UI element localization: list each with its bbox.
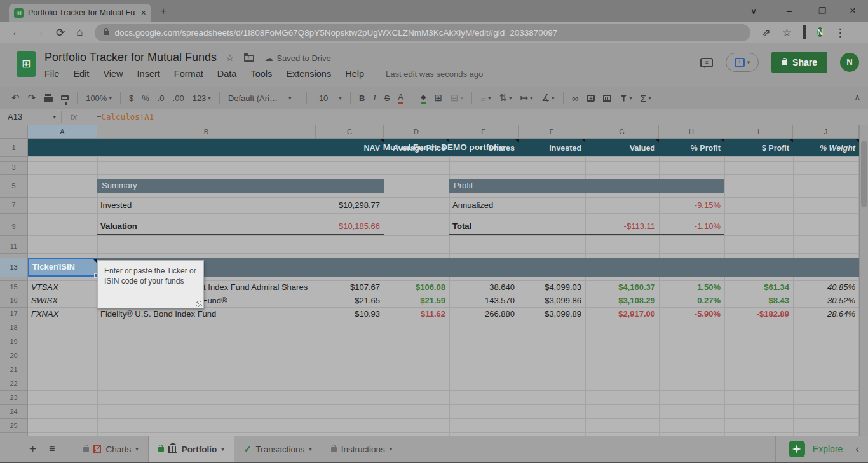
avg-price-cell[interactable]: $106.08 (384, 280, 449, 294)
url-bar[interactable]: docs.google.com/spreadsheets/d/1I808FoMG… (95, 24, 750, 41)
shares-cell[interactable]: 38.640 (449, 280, 519, 294)
text-wrap-select[interactable]: ↦▾ (520, 92, 533, 104)
tab-menu-arrow[interactable]: ▾ (390, 446, 393, 452)
row-header-13[interactable]: 13 (0, 258, 27, 277)
star-doc-icon[interactable]: ☆ (226, 52, 234, 64)
collapse-panel-icon[interactable]: ‹ (855, 443, 859, 455)
row-header-3[interactable]: 3 (0, 161, 27, 174)
menu-format[interactable]: Format (174, 69, 203, 79)
menu-data[interactable]: Data (217, 69, 237, 79)
row-header-19[interactable]: 19 (0, 335, 27, 349)
row-header-1[interactable]: 1 (0, 139, 27, 156)
nav-cell[interactable]: $107.67 (316, 280, 384, 294)
browser-menu-icon[interactable]: ⋮ (834, 26, 845, 39)
row-header-5[interactable]: 5 (0, 179, 27, 193)
window-restore-icon[interactable]: ❐ (810, 0, 835, 22)
column-header-G[interactable]: G (585, 125, 659, 139)
row-header-24[interactable]: 24 (0, 404, 27, 418)
row-header-21[interactable]: 21 (0, 363, 27, 377)
row-header-9[interactable]: 9 (0, 218, 27, 235)
bookmark-star-icon[interactable]: ☆ (782, 26, 792, 39)
browser-avatar[interactable]: N (817, 24, 823, 41)
nav-cell[interactable]: $21.65 (316, 294, 384, 307)
row-header-11[interactable]: 11 (0, 240, 27, 253)
row-header-22[interactable]: 22 (0, 377, 27, 390)
ticker-cell[interactable]: FXNAX (31, 307, 58, 321)
redo-icon[interactable]: ↷ (28, 92, 36, 104)
sheet-tab-charts[interactable]: Charts ▾ (74, 436, 147, 462)
horizontal-align-select[interactable]: ≡▾ (480, 93, 491, 104)
window-close-icon[interactable]: × (840, 0, 865, 22)
insert-comment-icon[interactable]: + (587, 95, 595, 102)
share-button[interactable]: Share (771, 52, 827, 73)
shares-cell[interactable]: 266.880 (449, 307, 519, 321)
row-header-20[interactable]: 20 (0, 349, 27, 363)
pct-profit-cell[interactable]: -5.90% (659, 307, 724, 321)
font-select[interactable]: Default (Ari…▾ (228, 93, 298, 103)
more-formats-select[interactable]: 123▾ (193, 93, 211, 103)
paint-format-icon[interactable] (61, 95, 69, 100)
pct-profit-cell[interactable]: 1.50% (659, 280, 724, 294)
print-icon[interactable] (44, 95, 53, 102)
side-panel-icon[interactable] (803, 26, 806, 39)
invested-cell[interactable]: $3,099.86 (519, 294, 585, 307)
usd-profit-cell[interactable]: -$182.89 (724, 307, 793, 321)
formula-input[interactable]: =Calculos!A1 (97, 112, 154, 121)
italic-button[interactable]: I (373, 93, 376, 103)
column-header-D[interactable]: D (384, 125, 449, 139)
fill-color-button[interactable]: ◆ (421, 93, 426, 104)
comment-history-icon[interactable]: ≡ (700, 58, 713, 67)
account-avatar[interactable]: N (840, 53, 859, 72)
vertical-scrollbar[interactable] (859, 125, 868, 436)
insert-chart-icon[interactable] (603, 95, 611, 102)
name-box[interactable]: A13▾ (0, 112, 61, 121)
increase-decimals-button[interactable]: .00 (173, 93, 184, 103)
row-header-23[interactable]: 23 (0, 390, 27, 404)
window-chevron-icon[interactable]: ∨ (741, 0, 766, 22)
valued-cell[interactable]: $2,917.00 (585, 307, 659, 321)
format-percent-button[interactable]: % (142, 93, 149, 103)
menu-insert[interactable]: Insert (137, 69, 160, 79)
back-icon[interactable]: ← (11, 26, 22, 39)
last-edit-link[interactable]: Last edit was seconds ago (386, 69, 483, 79)
ticker-cell[interactable]: VTSAX (31, 280, 58, 294)
tab-menu-arrow[interactable]: ▾ (309, 446, 312, 452)
window-minimize-icon[interactable]: – (776, 0, 802, 22)
menu-help[interactable]: Help (345, 69, 364, 79)
invested-cell[interactable]: $4,099.03 (519, 280, 585, 294)
presentation-button[interactable]: ↑▾ (726, 53, 759, 72)
sheet-body[interactable]: Mutual Funds DEMO portfolio Summary Inve… (28, 139, 859, 436)
sheets-logo-icon[interactable]: ⊞ (17, 51, 36, 77)
insert-link-icon[interactable]: ∞ (572, 93, 579, 104)
functions-select[interactable]: Σ▾ (641, 93, 651, 104)
sheet-tab-instructions[interactable]: Instructions ▾ (322, 436, 402, 462)
pct-profit-cell[interactable]: 0.27% (659, 294, 724, 307)
row-header-7[interactable]: 7 (0, 197, 27, 213)
strikethrough-button[interactable]: S (384, 93, 390, 103)
menu-tools[interactable]: Tools (250, 69, 272, 79)
pct-weight-cell[interactable]: 30.52% (793, 294, 859, 307)
tab-menu-arrow[interactable]: ▾ (135, 446, 139, 452)
menu-extensions[interactable]: Extensions (286, 69, 331, 79)
pct-weight-cell[interactable]: 28.64% (793, 307, 859, 321)
sheet-tab-transactions[interactable]: ✓ Transactions ▾ (234, 436, 322, 462)
scrollbar-thumb[interactable] (861, 141, 867, 207)
text-rotation-select[interactable]: ∡▾ (541, 92, 555, 104)
all-sheets-icon[interactable]: ≡ (49, 443, 55, 455)
column-header-C[interactable]: C (316, 125, 384, 139)
row-header-15[interactable]: 15 (0, 280, 27, 294)
valued-cell[interactable]: $3,108.29 (585, 294, 659, 307)
add-sheet-icon[interactable]: + (29, 442, 36, 456)
move-folder-icon[interactable] (244, 55, 254, 62)
decrease-decimals-button[interactable]: .0 (158, 93, 165, 103)
avg-price-cell[interactable]: $11.62 (384, 307, 449, 321)
column-header-F[interactable]: F (519, 125, 585, 139)
vertical-align-select[interactable]: ⇅▾ (499, 92, 512, 104)
tab-menu-arrow[interactable]: ▾ (221, 446, 224, 452)
menu-edit[interactable]: Edit (73, 69, 89, 79)
column-header-I[interactable]: I (724, 125, 793, 139)
home-icon[interactable]: ⌂ (76, 26, 83, 39)
text-color-button[interactable]: A (398, 92, 403, 104)
menu-view[interactable]: View (103, 69, 123, 79)
column-header-A[interactable]: A (28, 125, 97, 139)
